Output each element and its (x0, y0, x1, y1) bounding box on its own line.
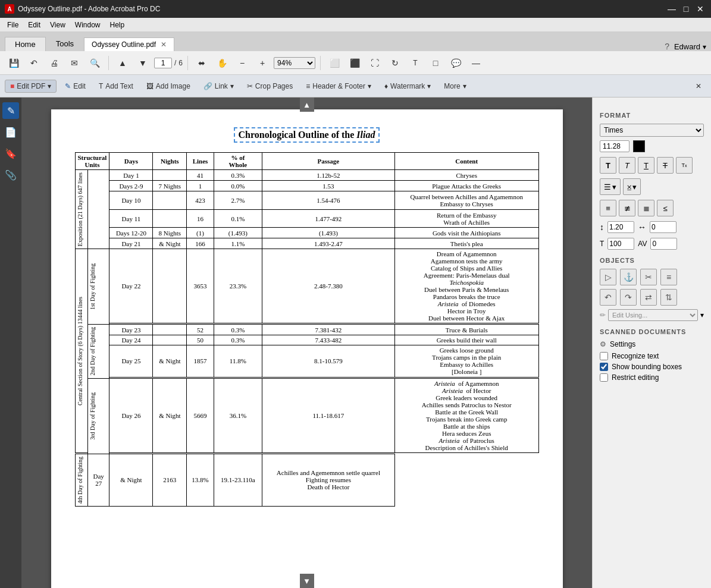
watermark-button[interactable]: ♦ Watermark ▾ (380, 80, 436, 92)
search-button[interactable]: 🔍 (86, 54, 104, 72)
obj-arrange-button[interactable]: ≡ (660, 269, 677, 285)
save-button[interactable]: 💾 (5, 54, 23, 72)
align-left-button[interactable]: ≡ (600, 200, 616, 216)
user-menu[interactable]: Edward (674, 42, 700, 51)
next-page-button[interactable]: ▼ (134, 54, 152, 72)
settings-label[interactable]: Settings (610, 340, 635, 348)
menu-window[interactable]: Window (70, 20, 105, 30)
bullet-chevron: ▾ (612, 183, 616, 191)
menu-help[interactable]: Help (105, 20, 130, 30)
maximize-button[interactable]: □ (680, 3, 692, 15)
obj-select-button[interactable]: ▷ (600, 269, 616, 285)
prev-page-button[interactable]: ▲ (114, 54, 131, 72)
bullet-list-button[interactable]: ☰ ▾ (600, 178, 621, 195)
recognize-label: Recognize text (612, 352, 659, 360)
tab-tools[interactable]: Tools (46, 36, 84, 51)
scroll-up-button[interactable]: ▲ (300, 98, 314, 112)
sidebar-bookmark-icon[interactable]: 🔖 (2, 145, 19, 162)
fit-width-button[interactable]: ⬜ (325, 54, 343, 72)
email-button[interactable]: ✉ (65, 54, 83, 72)
fighting-1-label: 1st Day of Fighting (88, 261, 97, 312)
bold-button[interactable]: T (600, 157, 616, 174)
underline-button[interactable]: T (638, 157, 654, 174)
lines-22: 3653 (187, 249, 214, 323)
recognize-checkbox[interactable] (600, 352, 608, 360)
obj-redo-button[interactable]: ↷ (620, 289, 637, 306)
obj-flip-h-button[interactable]: ⇄ (640, 289, 657, 306)
undo-button[interactable]: ↶ (25, 54, 43, 72)
font-family-select[interactable]: Times Arial Helvetica (600, 124, 704, 137)
edit-pdf-button[interactable]: ■ Edit PDF ▾ (5, 80, 57, 93)
color-swatch[interactable] (633, 140, 645, 152)
align-justify-button[interactable]: ≤ (657, 200, 674, 216)
add-image-button[interactable]: 🖼 Add Image (142, 80, 195, 92)
tab-home[interactable]: Home (5, 37, 46, 51)
print-button[interactable]: 🖨 (45, 54, 63, 72)
night-4 (153, 209, 187, 228)
close-edit-button[interactable]: ✕ (691, 80, 706, 92)
text-tool-button[interactable]: T (406, 54, 424, 72)
hand-tool-button[interactable]: ✋ (213, 54, 231, 72)
page-container[interactable]: Chronological Outline of the Iliad Struc… (21, 98, 592, 588)
obj-crop-button[interactable]: ✂ (640, 269, 657, 285)
menu-file[interactable]: File (2, 20, 23, 30)
char-size-input[interactable] (607, 238, 634, 250)
pct-26: 36.1% (214, 378, 262, 452)
zoom-in-button[interactable]: + (253, 54, 271, 72)
edit-button[interactable]: ✎ Edit (60, 80, 90, 92)
obj-flip-v-button[interactable]: ⇅ (660, 289, 677, 306)
edit-using-select[interactable]: Edit Using... (608, 309, 698, 321)
sidebar-edit-icon[interactable]: ✎ (2, 102, 19, 119)
zoom-out-button[interactable]: − (233, 54, 251, 72)
fit-page-button[interactable]: ⬛ (346, 54, 364, 72)
close-window-button[interactable]: ✕ (694, 3, 706, 15)
minimize-button[interactable]: — (666, 3, 678, 15)
day-23: Day 23 (109, 325, 153, 335)
align-right-button[interactable]: ≣ (638, 200, 654, 216)
obj-undo-button[interactable]: ↶ (600, 289, 616, 306)
title-text-selected[interactable]: Chronological Outline of the Iliad (234, 127, 380, 143)
edit-pdf-icon: ■ (10, 82, 14, 90)
header-footer-button[interactable]: ≡ Header & Footer ▾ (301, 80, 376, 92)
menu-view[interactable]: View (45, 20, 70, 30)
select-tool-button[interactable]: ⬌ (193, 54, 211, 72)
zoom-region-button[interactable]: ⛶ (366, 54, 384, 72)
link-button[interactable]: 🔗 Link ▾ (199, 80, 239, 92)
char-spacing-input[interactable] (650, 238, 677, 250)
table-row: Day 21 & Night 166 1.1% 1.493-2.47 Theti… (75, 238, 538, 249)
subscript-button[interactable]: Tx (676, 157, 693, 174)
menu-edit[interactable]: Edit (23, 20, 45, 30)
italic-button[interactable]: T (619, 157, 635, 174)
sidebar-attach-icon[interactable]: 📎 (2, 166, 19, 183)
stamp-button[interactable]: □ (427, 54, 444, 72)
zoom-select[interactable]: 94% 100% 125% 150% 200% (274, 57, 315, 69)
align-center-button[interactable]: ≢ (619, 200, 635, 216)
numbered-list-button[interactable]: ⨱ ▾ (623, 178, 641, 195)
measure-button[interactable]: ― (467, 54, 485, 72)
day-27: Day 27 (87, 454, 109, 506)
more-button[interactable]: More ▾ (439, 80, 471, 92)
sidebar-pages-icon[interactable]: 📄 (2, 124, 19, 140)
font-size-input[interactable] (600, 140, 629, 152)
tab-document[interactable]: Odyssey Outline.pdf ✕ (84, 37, 174, 51)
line-spacing-right-input[interactable] (650, 221, 676, 233)
user-chevron-icon[interactable]: ▾ (703, 43, 706, 51)
line-spacing-input[interactable] (607, 221, 634, 233)
show-bounding-checkbox[interactable] (600, 363, 608, 371)
restrict-editing-checkbox[interactable] (600, 373, 608, 382)
page-total: 6 (178, 59, 183, 67)
strikethrough-button[interactable]: T (657, 157, 674, 174)
page-number-input[interactable] (154, 58, 172, 68)
tab-close-button[interactable]: ✕ (161, 40, 167, 49)
header-footer-icon: ≡ (306, 82, 310, 90)
scroll-area[interactable]: Chronological Outline of the Iliad Struc… (21, 98, 592, 588)
rotate-button[interactable]: ↻ (386, 54, 404, 72)
add-text-button[interactable]: T Add Text (94, 80, 138, 92)
obj-anchor-button[interactable]: ⚓ (620, 269, 637, 285)
restrict-editing-row: Restrict editing (600, 373, 704, 382)
help-icon[interactable]: ? (665, 42, 669, 51)
add-image-icon: 🖼 (146, 82, 154, 90)
crop-pages-button[interactable]: ✂ Crop Pages (242, 80, 297, 92)
comment-button[interactable]: 💬 (447, 54, 465, 72)
scroll-down-button[interactable]: ▼ (300, 574, 314, 588)
